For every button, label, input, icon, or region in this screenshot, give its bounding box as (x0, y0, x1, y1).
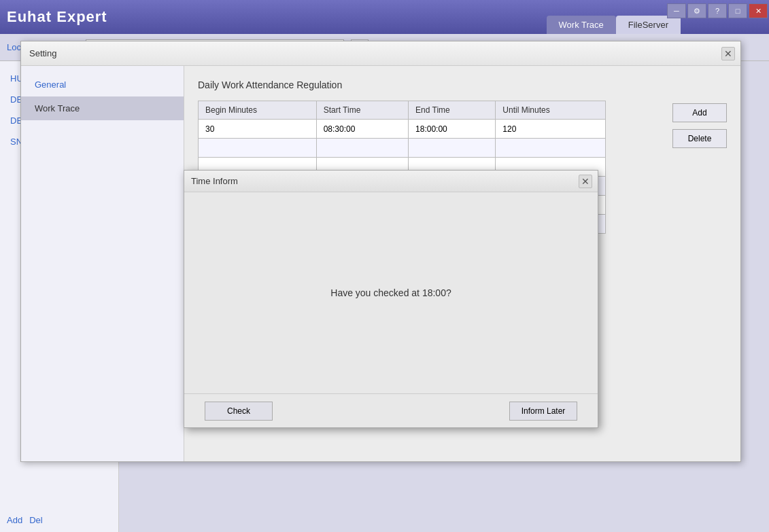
cell-0-3: 120 (496, 120, 606, 139)
tab-work-trace[interactable]: Work Trace (547, 16, 616, 34)
sidebar-add-button[interactable]: Add (7, 515, 22, 525)
setting-sidebar: General Work Trace (21, 66, 184, 461)
cell-0-0: 30 (199, 120, 317, 139)
add-button[interactable]: Add (672, 103, 727, 122)
time-inform-message: Have you checked at 18:00? (330, 287, 451, 298)
cell-1-2 (409, 139, 496, 158)
table-row[interactable]: 3008:30:0018:00:00120 (199, 120, 606, 139)
setting-sidebar-work-trace[interactable]: Work Trace (21, 96, 184, 120)
title-bar-tabs: Work Trace FileServer (547, 16, 681, 34)
delete-button[interactable]: Delete (672, 129, 727, 148)
col-header-start-time: Start Time (316, 101, 408, 120)
setting-modal-header: Setting ✕ (21, 41, 740, 66)
col-header-until-minutes: Until Minutes (496, 101, 606, 120)
main-area: Local Share Dir HU... DE... DE... SN... … (0, 34, 769, 532)
window-close-button[interactable]: ✕ (749, 3, 768, 18)
time-inform-title: Time Inform (191, 176, 238, 186)
sidebar-del-button[interactable]: Del (29, 515, 43, 525)
cell-0-2: 18:00:00 (409, 120, 496, 139)
maximize-button[interactable]: □ (728, 3, 747, 18)
title-bar-controls: ─ ⚙ ? □ ✕ (667, 0, 769, 34)
time-inform-dialog: Time Inform ✕ Have you checked at 18:00?… (184, 170, 598, 428)
cell-1-0 (199, 139, 317, 158)
table-row[interactable] (199, 139, 606, 158)
cell-0-1: 08:30:00 (316, 120, 408, 139)
setting-sidebar-general[interactable]: General (21, 73, 184, 96)
section-title: Daily Work Attendance Regulation (198, 79, 727, 90)
time-inform-close-button[interactable]: ✕ (579, 175, 592, 188)
title-bar: Euhat Expert Work Trace FileServer ─ ⚙ ?… (0, 0, 769, 34)
app-title: Euhat Expert (7, 8, 107, 26)
col-header-begin-minutes: Begin Minutes (199, 101, 317, 120)
help-button[interactable]: ? (708, 3, 727, 18)
time-inform-body: Have you checked at 18:00? (184, 192, 598, 393)
setting-modal-title: Setting (29, 48, 56, 58)
cell-1-1 (316, 139, 408, 158)
setting-modal-close-button[interactable]: ✕ (721, 47, 735, 60)
col-header-end-time: End Time (409, 101, 496, 120)
table-action-buttons: Add Delete (672, 103, 727, 148)
settings-button[interactable]: ⚙ (687, 3, 706, 18)
minimize-button[interactable]: ─ (667, 3, 686, 18)
cell-1-3 (496, 139, 606, 158)
sidebar-bottom-buttons: Add Del (7, 515, 43, 525)
check-button[interactable]: Check (205, 402, 273, 421)
time-inform-footer: Check Inform Later (184, 393, 598, 427)
time-inform-header: Time Inform ✕ (184, 171, 598, 192)
inform-later-button[interactable]: Inform Later (509, 402, 577, 421)
